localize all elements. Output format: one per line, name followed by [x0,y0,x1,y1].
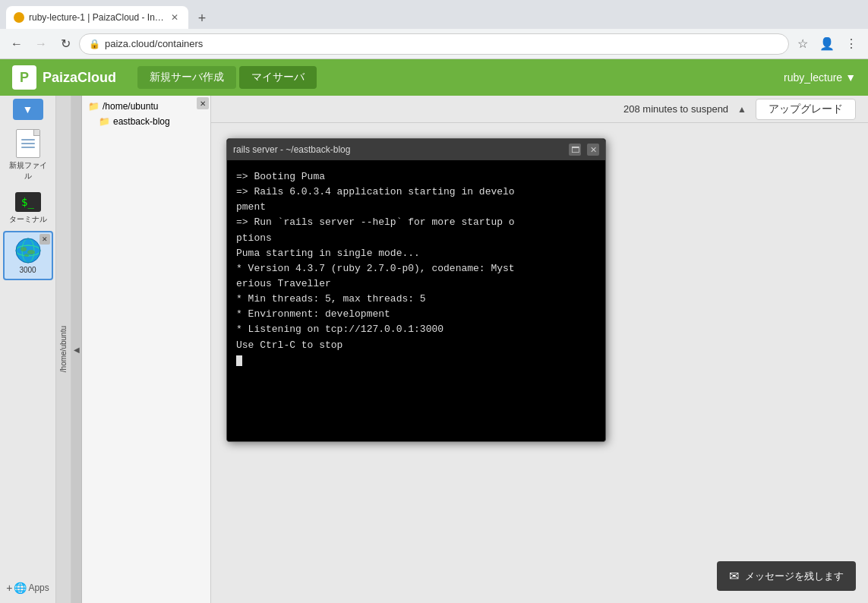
sidebar-item-browser-3000[interactable]: ✕ 3000 [3,231,53,280]
back-btn[interactable]: ← [6,33,27,55]
file-tree-blog-label: eastback-blog [113,116,170,127]
tab-favicon [14,12,24,23]
forward-btn[interactable]: → [30,33,52,55]
vtab[interactable]: /home/ubuntu [56,96,71,603]
reload-btn[interactable]: ↻ [55,33,76,55]
svg-point-5 [27,250,35,254]
upgrade-btn[interactable]: アップグレード [756,99,856,120]
file-tree-panel: ✕ 📁 /home/ubuntu 📁 eastback-blog [82,96,211,603]
main-area: ▼ 新規ファイル $_ ターミナル ✕ [0,96,868,603]
right-top-bar: 208 minutes to suspend ▲ アップグレード [211,96,868,123]
browser-close-btn[interactable]: ✕ [39,234,50,245]
message-label: メッセージを残します [745,570,844,583]
paiza-bar: P PaizaCloud 新規サーバ作成 マイサーバ ruby_lecture … [0,59,868,96]
user-label: ruby_lecture [784,71,842,84]
terminal-label: ターミナル [9,214,47,225]
terminal-line-6: Puma starting in single mode... [236,246,596,261]
right-content: rails server - ~/eastback-blog 🗖 ✕ => Bo… [211,123,868,603]
user-arrow: ▼ [845,71,856,84]
svg-point-6 [24,254,29,257]
terminal-close-btn[interactable]: ✕ [587,144,599,156]
folder-icon-home: 📁 [88,101,99,112]
terminal-cursor [236,355,242,366]
terminal-window: rails server - ~/eastback-blog 🗖 ✕ => Bo… [226,138,606,442]
svg-point-4 [21,247,27,251]
terminal-line-12: Use Ctrl-C to stop [236,338,596,353]
new-file-label: 新規ファイル [6,160,50,182]
file-tree-close-btn[interactable]: ✕ [197,97,209,109]
sidebar-item-new-file[interactable]: 新規ファイル [3,125,53,186]
collapse-btn[interactable]: ◀ [71,96,82,603]
dropdown-arrow: ▼ [23,103,33,115]
terminal-line-4: => Run `rails server --help` for more st… [236,215,596,230]
suspend-timer: 208 minutes to suspend [623,103,728,115]
terminal-body[interactable]: => Booting Puma => Rails 6.0.3.4 applica… [227,160,605,441]
user-menu[interactable]: ruby_lecture ▼ [784,71,856,84]
terminal-line-5: ptions [236,231,596,246]
nav-bar: ← → ↻ 🔒 paiza.cloud/containers ☆ 👤 ⋮ [0,29,868,59]
new-file-corner [33,130,39,136]
lock-icon: 🔒 [89,39,100,49]
sidebar-item-terminal[interactable]: $_ ターミナル [3,188,53,229]
add-apps-btn[interactable]: + 🌐 Apps [3,579,52,597]
globe-icon [14,237,42,264]
vtab-text: /home/ubuntu [59,326,68,372]
terminal-title: rails server - ~/eastback-blog [233,144,563,155]
file-tree-item-blog[interactable]: 📁 eastback-blog [82,114,210,129]
terminal-line-1: => Booting Puma [236,169,596,185]
my-server-btn[interactable]: マイサーバ [239,66,317,89]
new-file-icon [16,129,40,158]
terminal-line-7: * Version 4.3.7 (ruby 2.7.0-p0), codenam… [236,261,596,276]
menu-btn[interactable]: ⋮ [841,33,862,55]
terminal-line-9: * Min threads: 5, max threads: 5 [236,292,596,307]
add-icon: + [6,582,12,594]
apps-icon: 🌐 [14,582,27,594]
tab-title: ruby-lecture-1 | PaizaCloud - Ins... [29,12,164,23]
new-server-btn[interactable]: 新規サーバ作成 [137,66,236,89]
terminal-line-11: * Listening on tcp://127.0.0.1:3000 [236,322,596,337]
terminal-line-8: erious Traveller [236,276,596,292]
tab-close-btn[interactable]: ✕ [169,11,181,24]
new-tab-btn[interactable]: + [191,8,213,29]
terminal-line-3: pment [236,200,596,215]
timer-collapse-arrow[interactable]: ▲ [737,104,746,115]
paiza-logo: P PaizaCloud [12,65,116,90]
bookmark-btn[interactable]: ☆ [792,33,813,55]
terminal-line-10: * Environment: development [236,307,596,322]
terminal-icon: $_ [15,192,41,212]
right-panel: 208 minutes to suspend ▲ アップグレード rails s… [211,96,868,603]
paiza-logo-icon: P [12,65,36,90]
paiza-nav: 新規サーバ作成 マイサーバ [137,66,317,89]
sidebar: ▼ 新規ファイル $_ ターミナル ✕ [0,96,56,603]
file-tree-home-label: /home/ubuntu [103,101,158,112]
terminal-titlebar: rails server - ~/eastback-blog 🗖 ✕ [227,139,605,160]
sidebar-top-dropdown[interactable]: ▼ [13,99,43,120]
address-bar[interactable]: 🔒 paiza.cloud/containers [79,33,789,55]
message-icon: ✉ [729,569,739,583]
message-btn[interactable]: ✉ メッセージを残します [717,561,856,591]
terminal-cursor-line [236,353,596,368]
address-text: paiza.cloud/containers [105,38,779,49]
terminal-minimize-btn[interactable]: 🗖 [569,144,581,156]
active-tab[interactable]: ruby-lecture-1 | PaizaCloud - Ins... ✕ [6,6,188,29]
add-apps-label: Apps [28,582,49,593]
paiza-logo-text: PaizaCloud [43,70,116,86]
folder-icon-blog: 📁 [99,116,110,127]
account-btn[interactable]: 👤 [816,33,838,55]
collapse-icon: ◀ [74,346,80,354]
file-tree-item-home[interactable]: 📁 /home/ubuntu [82,99,210,114]
terminal-line-2: => Rails 6.0.3.4 application starting in… [236,185,596,200]
browser-3000-label: 3000 [19,266,36,274]
tab-bar: ruby-lecture-1 | PaizaCloud - Ins... ✕ + [0,0,868,29]
